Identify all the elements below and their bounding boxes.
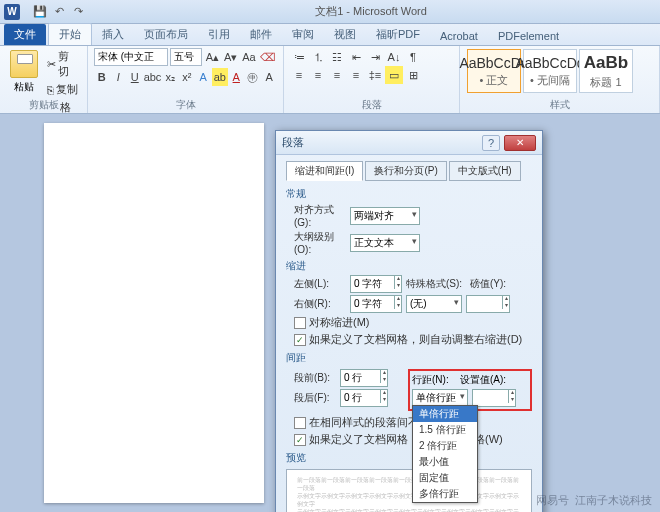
help-icon[interactable]: ?	[482, 135, 500, 151]
tab-indent-spacing[interactable]: 缩进和间距(I)	[286, 161, 363, 181]
undo-icon[interactable]: ↶	[51, 4, 67, 20]
section-indent: 缩进	[286, 259, 532, 273]
decrease-indent-icon[interactable]: ⇤	[347, 48, 365, 66]
italic-button[interactable]: I	[111, 68, 127, 86]
subscript-button[interactable]: x₂	[163, 68, 179, 86]
title-bar: W 💾 ↶ ↷ 文档1 - Microsoft Word	[0, 0, 660, 24]
highlight-icon[interactable]: ab	[212, 68, 228, 86]
tab-acrobat[interactable]: Acrobat	[430, 27, 488, 45]
border-char-icon[interactable]: A	[262, 68, 278, 86]
at-label: 设置值(A):	[460, 373, 508, 387]
grow-font-icon[interactable]: A▴	[204, 48, 220, 66]
tab-review[interactable]: 审阅	[282, 24, 324, 45]
outline-combo[interactable]: 正文文本	[350, 234, 420, 252]
quick-access-toolbar: 💾 ↶ ↷	[32, 4, 86, 20]
dd-onehalf[interactable]: 1.5 倍行距	[413, 422, 477, 438]
align-center-icon[interactable]: ≡	[309, 66, 327, 84]
group-font: 宋体 (中文正 五号 A▴ A▾ Aa ⌫ B I U abc x₂ x² A …	[88, 46, 284, 113]
paragraph-dialog: 段落 ? ✕ 缩进和间距(I) 换行和分页(P) 中文版式(H) 常规 对齐方式…	[275, 130, 543, 512]
align-right-icon[interactable]: ≡	[328, 66, 346, 84]
style-heading1[interactable]: AaBb标题 1	[579, 49, 633, 93]
dialog-titlebar[interactable]: 段落 ? ✕	[276, 131, 542, 155]
by-spinner[interactable]	[466, 295, 510, 313]
font-size-select[interactable]: 五号	[170, 48, 203, 66]
dd-exactly[interactable]: 固定值	[413, 470, 477, 486]
underline-button[interactable]: U	[127, 68, 143, 86]
tab-references[interactable]: 引用	[198, 24, 240, 45]
shading-icon[interactable]: ▭	[385, 66, 403, 84]
grid-space-checkbox[interactable]: ✓	[294, 434, 306, 446]
dd-double[interactable]: 2 倍行距	[413, 438, 477, 454]
alignment-label: 对齐方式(G):	[294, 203, 346, 228]
group-clipboard: 粘贴 ✂剪切 ⎘复制 🖌格式刷 剪贴板	[0, 46, 88, 113]
clear-format-icon[interactable]: ⌫	[259, 48, 277, 66]
special-combo[interactable]: (无)	[406, 295, 462, 313]
tab-pdfelement[interactable]: PDFelement	[488, 27, 569, 45]
right-indent-spinner[interactable]: 0 字符	[350, 295, 402, 313]
numbering-icon[interactable]: ⒈	[309, 48, 327, 66]
group-styles: AaBbCcDd• 正文 AaBbCcDd• 无间隔 AaBb标题 1 样式	[460, 46, 660, 113]
special-label: 特殊格式(S):	[406, 277, 466, 291]
style-normal[interactable]: AaBbCcDd• 正文	[467, 49, 521, 93]
shrink-font-icon[interactable]: A▾	[223, 48, 239, 66]
app-icon: W	[4, 4, 20, 20]
show-marks-icon[interactable]: ¶	[404, 48, 422, 66]
justify-icon[interactable]: ≡	[347, 66, 365, 84]
after-spinner[interactable]: 0 行	[340, 389, 388, 407]
font-color-icon[interactable]: A	[229, 68, 245, 86]
bullets-icon[interactable]: ≔	[290, 48, 308, 66]
save-icon[interactable]: 💾	[32, 4, 48, 20]
font-name-select[interactable]: 宋体 (中文正	[94, 48, 168, 66]
change-case-icon[interactable]: Aa	[241, 48, 257, 66]
tab-foxit[interactable]: 福昕PDF	[366, 24, 430, 45]
strike-button[interactable]: abc	[144, 68, 162, 86]
line-spacing-icon[interactable]: ‡≡	[366, 66, 384, 84]
sort-icon[interactable]: A↓	[385, 48, 403, 66]
dd-atleast[interactable]: 最小值	[413, 454, 477, 470]
tab-asian[interactable]: 中文版式(H)	[449, 161, 521, 181]
dd-single[interactable]: 单倍行距	[413, 406, 477, 422]
line-spacing-label: 行距(N):	[412, 373, 456, 387]
left-indent-spinner[interactable]: 0 字符	[350, 275, 402, 293]
before-spinner[interactable]: 0 行	[340, 369, 388, 387]
copy-icon: ⎘	[47, 84, 54, 96]
watermark: 网易号 江南子木说科技	[536, 493, 652, 508]
copy-button[interactable]: ⎘复制	[44, 81, 81, 98]
redo-icon[interactable]: ↷	[70, 4, 86, 20]
line-spacing-dropdown[interactable]: 单倍行距 1.5 倍行距 2 倍行距 最小值 固定值 多倍行距	[412, 405, 478, 503]
tab-mailings[interactable]: 邮件	[240, 24, 282, 45]
tab-insert[interactable]: 插入	[92, 24, 134, 45]
dialog-title: 段落	[282, 135, 482, 150]
tab-layout[interactable]: 页面布局	[134, 24, 198, 45]
text-effects-icon[interactable]: A	[196, 68, 212, 86]
borders-icon[interactable]: ⊞	[404, 66, 422, 84]
page[interactable]	[44, 123, 264, 503]
nosame-checkbox[interactable]	[294, 417, 306, 429]
tab-home[interactable]: 开始	[48, 23, 92, 45]
align-left-icon[interactable]: ≡	[290, 66, 308, 84]
grid-indent-checkbox[interactable]: ✓	[294, 334, 306, 346]
tab-view[interactable]: 视图	[324, 24, 366, 45]
window-title: 文档1 - Microsoft Word	[86, 4, 656, 19]
tab-line-breaks[interactable]: 换行和分页(P)	[365, 161, 446, 181]
multilevel-icon[interactable]: ☷	[328, 48, 346, 66]
tab-file[interactable]: 文件	[4, 24, 46, 45]
alignment-combo[interactable]: 两端对齐	[350, 207, 420, 225]
right-indent-label: 右侧(R):	[294, 297, 346, 311]
mirror-label: 对称缩进(M)	[309, 315, 370, 330]
mirror-checkbox[interactable]	[294, 317, 306, 329]
close-icon[interactable]: ✕	[504, 135, 536, 151]
at-spinner[interactable]	[472, 389, 516, 407]
bold-button[interactable]: B	[94, 68, 110, 86]
dialog-tabs: 缩进和间距(I) 换行和分页(P) 中文版式(H)	[286, 161, 532, 181]
section-preview: 预览	[286, 451, 532, 465]
dd-multiple[interactable]: 多倍行距	[413, 486, 477, 502]
cut-button[interactable]: ✂剪切	[44, 48, 81, 80]
ribbon-tabs: 文件 开始 插入 页面布局 引用 邮件 审阅 视图 福昕PDF Acrobat …	[0, 24, 660, 46]
preview-box: 前一段落前一段落前一段落前一段落前一段落前一段落前一段落前一段落前一段落前一段落…	[286, 469, 532, 512]
phonetic-icon[interactable]: ㊥	[245, 68, 261, 86]
superscript-button[interactable]: x²	[179, 68, 195, 86]
style-nospacing[interactable]: AaBbCcDd• 无间隔	[523, 49, 577, 93]
scissors-icon: ✂	[47, 58, 56, 71]
increase-indent-icon[interactable]: ⇥	[366, 48, 384, 66]
